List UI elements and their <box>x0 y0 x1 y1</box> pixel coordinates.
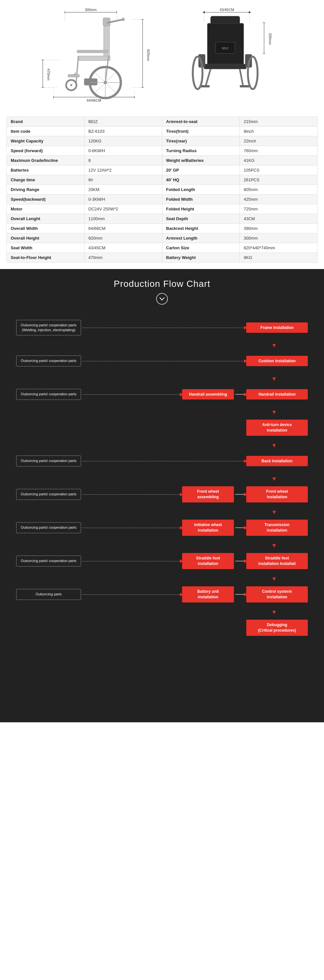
flow-box: Cushion installation <box>246 356 308 366</box>
spec-cell: 20KM <box>84 185 162 194</box>
spec-cell: Tires(front) <box>162 127 240 136</box>
spec-cell: 40' HQ <box>162 175 240 185</box>
svg-line-60 <box>206 69 211 86</box>
spec-cell: Folded Width <box>162 194 240 204</box>
spec-cell: 64/66CM <box>84 224 162 234</box>
flow-row: Debugging(Critical procedures) <box>16 616 308 639</box>
spec-cell: Overall Lenght <box>7 214 85 224</box>
svg-marker-49 <box>203 11 205 13</box>
spec-cell: Speed (forward) <box>7 146 85 156</box>
spec-cell: 6h <box>84 175 162 185</box>
flow-v-arrow: ▼ <box>271 409 277 416</box>
flow-arrow-solid <box>235 561 245 562</box>
flow-chevron <box>6 293 318 307</box>
flow-box: Back installation <box>246 456 308 466</box>
wheelchair-diagram-right: 43/45CM 330mm <box>175 6 285 110</box>
svg-point-37 <box>121 18 125 21</box>
svg-point-64 <box>193 57 203 89</box>
spec-cell: Backrest Height <box>162 224 240 234</box>
flow-v-arrow-container: ▼ <box>16 542 308 549</box>
spec-cell: Turning Radius <box>162 146 240 156</box>
svg-rect-26 <box>78 56 110 60</box>
svg-line-28 <box>76 56 78 83</box>
svg-text:470mm: 470mm <box>47 68 51 81</box>
svg-text:64/66CM: 64/66CM <box>87 99 101 102</box>
spec-cell: Weight w/Batteries <box>162 156 240 165</box>
spec-cell: Overall Width <box>7 224 85 234</box>
flow-v-arrow-container: ▼ <box>16 442 308 449</box>
svg-rect-27 <box>77 50 108 53</box>
spec-cell: 20' GP <box>162 165 240 175</box>
spec-cell: 8inch <box>240 127 318 136</box>
flow-box-outline: Outsorcing parts\ cooperation parts <box>16 489 81 500</box>
spec-cell: 0-6KM/H <box>84 146 162 156</box>
spec-cell: Armrest Length <box>162 234 240 243</box>
flow-v-arrow-container: ▼ <box>16 609 308 616</box>
flow-v-arrow: ▼ <box>271 576 277 582</box>
flow-row: Outsorcing parts\ cooperation partsBack … <box>16 450 308 473</box>
svg-rect-38 <box>84 79 97 85</box>
flow-box-outline: Outsorcing parts <box>16 589 81 600</box>
spec-cell: 760mm <box>240 146 318 156</box>
spec-cell: 9KG <box>240 253 318 262</box>
flow-box: Straddle footinstallation Installati <box>246 553 308 569</box>
flow-row: Outsorcing parts\ cooperation parts(Weld… <box>16 316 308 339</box>
flow-box: Battery unitinstallation <box>182 586 234 603</box>
spec-cell: 12V 12AH*2 <box>84 165 162 175</box>
flow-box: Frame installation <box>246 323 308 333</box>
spec-cell: Folded Length <box>162 185 240 194</box>
flow-arrow-dashed <box>82 361 245 361</box>
flow-box: Anti-turn deviceinstallation <box>246 420 308 436</box>
svg-rect-57 <box>204 64 246 69</box>
spec-cell: Seat-to-Floor Height <box>7 253 85 262</box>
spec-cell: 8 <box>84 156 162 165</box>
spec-cell: Brand <box>7 117 85 127</box>
spec-cell: Tires(rear) <box>162 136 240 146</box>
flow-box: Control systerminstallation <box>246 586 308 603</box>
spec-cell: Seat Width <box>7 243 85 253</box>
flow-v-arrow-container: ▼ <box>16 509 308 516</box>
flow-arrow-dashed <box>82 461 245 461</box>
spec-cell: 41KG <box>240 156 318 165</box>
spec-cell: 120KG <box>84 136 162 146</box>
svg-line-61 <box>240 69 243 86</box>
flow-section: Production Flow Chart Outsorcing parts\ … <box>0 269 324 722</box>
flow-box-outline: Outsorcing parts\ cooperation parts <box>16 389 81 399</box>
svg-marker-50 <box>249 11 251 13</box>
flow-v-arrow: ▼ <box>271 342 277 349</box>
flow-row: Outsorcing partsBattery unitinstallation… <box>16 583 308 606</box>
flow-v-arrow-container: ▼ <box>16 576 308 582</box>
flow-v-arrow: ▼ <box>271 442 277 449</box>
flow-box-outline: Outsorcing parts\ cooperation parts <box>16 455 81 466</box>
spec-cell: 43/45CM <box>84 243 162 253</box>
spec-cell: Folded Height <box>162 204 240 214</box>
flow-v-arrow: ▼ <box>271 542 277 549</box>
flow-box-outline: Outsorcing parts\ cooperation parts(Weld… <box>16 320 81 336</box>
flow-arrow-solid <box>235 594 245 595</box>
flow-box-outline: Outsorcing parts\ cooperation parts <box>16 355 81 366</box>
spec-cell: Overall Height <box>7 234 85 243</box>
spec-cell: Battery Weight <box>162 253 240 262</box>
flow-v-arrow: ▼ <box>271 509 277 516</box>
flow-row: Outsorcing parts\ cooperation partsFront… <box>16 483 308 506</box>
flow-v-arrow: ▼ <box>271 609 277 616</box>
spec-cell: BEIZ <box>84 117 162 127</box>
spec-cell: 22inch <box>240 136 318 146</box>
flow-row: Outsorcing parts\ cooperation partsIniti… <box>16 516 308 539</box>
spec-cell: Motor <box>7 204 85 214</box>
flow-box: Front wheelinstallation <box>246 486 308 503</box>
svg-rect-55 <box>211 16 240 24</box>
flow-row: Outsorcing parts\ cooperation partsStrad… <box>16 550 308 573</box>
spec-cell: 390mm <box>240 224 318 234</box>
flow-arrow-dashed <box>82 594 181 595</box>
flow-row: Outsorcing parts\ cooperation partsCushi… <box>16 350 308 372</box>
spec-cell: Charge time <box>7 175 85 185</box>
spec-cell: Maximum Grade/Incline <box>7 156 85 165</box>
flow-arrow-solid <box>235 527 245 528</box>
specs-table: BrandBEIZArmrest-to-seat215mmItem codeBZ… <box>6 116 318 262</box>
spec-cell: Seat Depth <box>162 214 240 224</box>
spec-cell: 820*440*740mm <box>240 243 318 253</box>
spec-cell: 0-3KM/H <box>84 194 162 204</box>
spec-cell: BZ-6103 <box>84 127 162 136</box>
spec-cell: 1100mm <box>84 214 162 224</box>
